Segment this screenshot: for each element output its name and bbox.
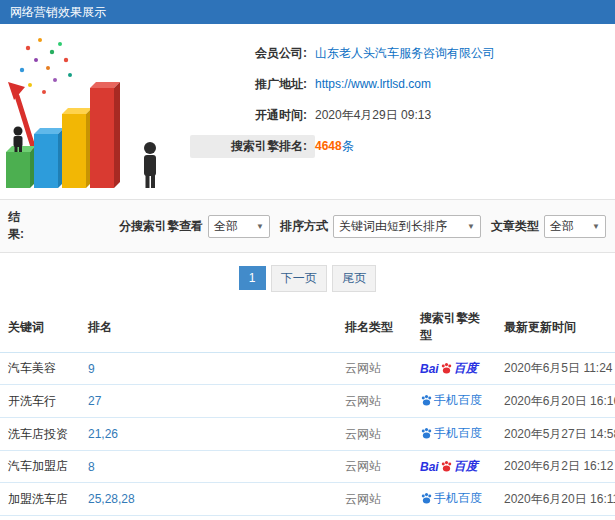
table-row: 汽车美容 9 云网站 Bai百度 手机百度 2020年6月5日 11:24 — [0, 353, 615, 385]
open-time-value: 2020年4月29日 09:13 — [315, 107, 431, 124]
mobile-baidu-paw-icon — [420, 492, 433, 505]
rank-link[interactable]: 27 — [88, 394, 101, 408]
company-info: 会员公司: 山东老人头汽车服务咨询有限公司 推广地址: https://www.… — [190, 30, 615, 195]
bars — [6, 82, 120, 188]
rank-type-cell: 云网站 — [345, 427, 381, 441]
col-update-time: 最新更新时间 — [496, 302, 615, 353]
update-time-cell: 2020年6月20日 16:11 — [504, 492, 615, 506]
sort-select[interactable]: 关键词由短到长排序 ▼ — [333, 215, 481, 238]
page-title: 网络营销效果展示 — [10, 5, 106, 19]
page-header: 网络营销效果展示 — [0, 0, 615, 24]
baidu-logo: Bai百度 — [420, 360, 478, 377]
page-1-button[interactable]: 1 — [239, 266, 266, 290]
company-label: 会员公司: — [190, 45, 315, 62]
mobile-baidu-logo: 手机百度 — [420, 392, 482, 409]
engine-filter-label: 分搜索引擎查看 — [119, 218, 203, 235]
promo-url-label: 推广地址: — [190, 76, 315, 93]
open-time-label: 开通时间: — [190, 107, 315, 124]
top-section: 会员公司: 山东老人头汽车服务咨询有限公司 推广地址: https://www.… — [0, 24, 615, 199]
update-time-cell: 2020年6月5日 11:24 — [504, 361, 613, 375]
rank-link[interactable]: 8 — [88, 460, 95, 474]
next-page-button[interactable]: 下一页 — [271, 265, 327, 292]
keyword-cell: 开洗车行 — [8, 394, 56, 408]
mobile-baidu-paw-icon — [420, 394, 433, 407]
info-row-url: 推广地址: https://www.lrtlsd.com — [190, 73, 615, 95]
rank-count-value: 4648条 — [315, 138, 354, 155]
table-row: 加盟洗车店 25,28,28 云网站 Bai百度 手机百度 2020年6月20日… — [0, 483, 615, 516]
confetti-dots — [20, 38, 72, 94]
col-keyword: 关键词 — [0, 302, 80, 353]
article-type-group: 文章类型 全部 ▼ — [491, 215, 606, 238]
baidu-logo: Bai百度 — [420, 458, 478, 475]
table-row: 汽车加盟店 8 云网站 Bai百度 手机百度 2020年6月2日 16:12 — [0, 451, 615, 483]
chevron-down-icon: ▼ — [256, 222, 264, 231]
keyword-cell: 汽车加盟店 — [8, 459, 68, 473]
table-row: 开洗车行 27 云网站 Bai百度 手机百度 2020年6月20日 16:16 — [0, 385, 615, 418]
article-type-select[interactable]: 全部 ▼ — [544, 215, 606, 238]
keyword-cell: 加盟洗车店 — [8, 492, 68, 506]
update-time-cell: 2020年6月2日 16:12 — [504, 459, 613, 473]
sort-label: 排序方式 — [280, 218, 328, 235]
table-row: 洗车店投资 21,26 云网站 Bai百度 手机百度 2020年5月27日 14… — [0, 418, 615, 451]
table-body: 汽车美容 9 云网站 Bai百度 手机百度 2020年6月5日 11:24 开洗… — [0, 353, 615, 520]
rank-link[interactable]: 21,26 — [88, 427, 118, 441]
baidu-paw-icon — [440, 362, 453, 375]
sort-filter-group: 排序方式 关键词由短到长排序 ▼ — [280, 215, 481, 238]
article-type-label: 文章类型 — [491, 218, 539, 235]
company-name-link[interactable]: 山东老人头汽车服务咨询有限公司 — [315, 45, 495, 62]
col-rank-type: 排名类型 — [337, 302, 412, 353]
col-rank: 排名 — [80, 302, 337, 353]
rank-count-label: 搜索引擎排名: — [190, 135, 315, 158]
pagination: 1 下一页 尾页 — [0, 253, 615, 302]
table-row: 洗车赚钱吗 30 云网站 Bai百度 手机百度 2020年6月20日 16:12 — [0, 516, 615, 520]
person-large — [144, 142, 156, 188]
result-label: 结果: — [8, 209, 24, 243]
mobile-baidu-logo: 手机百度 — [420, 425, 482, 442]
rank-type-cell: 云网站 — [345, 394, 381, 408]
last-page-button[interactable]: 尾页 — [332, 265, 376, 292]
keyword-cell: 汽车美容 — [8, 361, 56, 375]
promo-url-link[interactable]: https://www.lrtlsd.com — [315, 77, 431, 91]
mobile-baidu-paw-icon — [420, 427, 433, 440]
info-row-open-time: 开通时间: 2020年4月29日 09:13 — [190, 104, 615, 126]
engine-filter-select[interactable]: 全部 ▼ — [208, 215, 270, 238]
chevron-down-icon: ▼ — [467, 222, 475, 231]
mobile-baidu-logo: 手机百度 — [420, 490, 482, 507]
col-engine-type: 搜索引擎类型 — [412, 302, 496, 353]
rank-type-cell: 云网站 — [345, 459, 381, 473]
rank-link[interactable]: 25,28,28 — [88, 492, 135, 506]
keyword-cell: 洗车店投资 — [8, 427, 68, 441]
rank-link[interactable]: 9 — [88, 362, 95, 376]
update-time-cell: 2020年5月27日 14:58 — [504, 427, 615, 441]
chevron-down-icon: ▼ — [592, 222, 600, 231]
table-header-row: 关键词 排名 排名类型 搜索引擎类型 最新更新时间 — [0, 302, 615, 353]
chart-illustration — [0, 30, 190, 195]
update-time-cell: 2020年6月20日 16:16 — [504, 394, 615, 408]
filter-bar: 结果: 分搜索引擎查看 全部 ▼ 排序方式 关键词由短到长排序 ▼ 文章类型 全… — [0, 199, 615, 253]
baidu-paw-icon — [440, 460, 453, 473]
engine-filter-group: 分搜索引擎查看 全部 ▼ — [119, 215, 270, 238]
info-row-company: 会员公司: 山东老人头汽车服务咨询有限公司 — [190, 42, 615, 64]
rank-type-cell: 云网站 — [345, 492, 381, 506]
results-table: 关键词 排名 排名类型 搜索引擎类型 最新更新时间 汽车美容 9 云网站 Bai… — [0, 302, 615, 520]
rank-type-cell: 云网站 — [345, 361, 381, 375]
info-row-rank-count: 搜索引擎排名: 4648条 — [190, 135, 615, 158]
